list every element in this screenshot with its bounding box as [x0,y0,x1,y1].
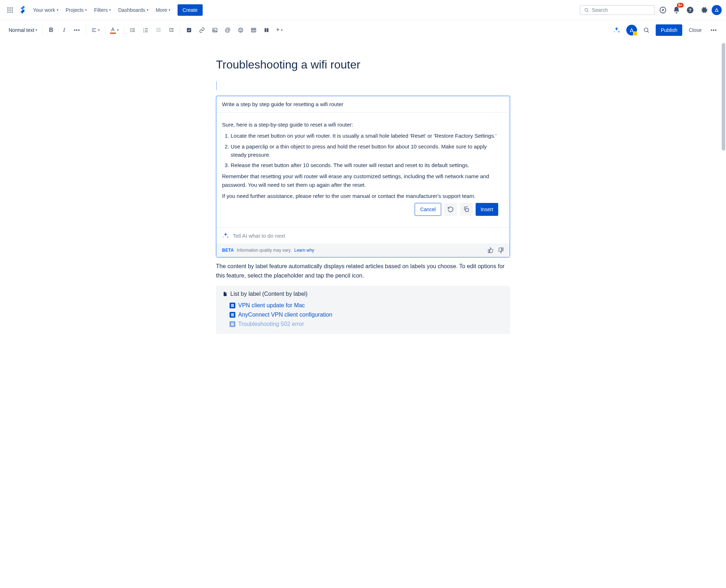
list-item: AnyConnect VPN client configuration [230,310,504,319]
find-button[interactable] [641,24,652,36]
jira-logo-icon[interactable] [17,4,29,16]
svg-rect-44 [251,28,256,32]
bold-button[interactable]: B [46,24,57,36]
svg-rect-48 [264,28,266,32]
svg-point-43 [241,29,241,30]
ai-prompt-text: Write a step by step guide for resetting… [216,96,510,113]
top-navigation: Your work▾ Projects▾ Filters▾ Dashboards… [0,0,726,20]
svg-rect-30 [156,28,161,28]
svg-point-3 [8,9,9,10]
beta-badge: BETA [222,248,234,253]
editor-toolbar: Normal text▾ B I ••• ▾ A▾ 123 @ +▾ [0,20,726,40]
svg-point-4 [9,9,10,10]
link-button[interactable] [196,24,208,36]
content-by-label-block[interactable]: List by label (Content by label) VPN cli… [216,286,510,334]
svg-rect-29 [145,32,148,32]
svg-point-40 [213,29,214,30]
image-button[interactable] [209,24,221,36]
svg-rect-38 [187,28,191,32]
numbered-list-button[interactable]: 123 [140,24,151,36]
help-icon[interactable]: ? [684,4,696,16]
ai-insert-button[interactable]: Insert [476,203,498,216]
svg-text:?: ? [689,7,692,13]
svg-line-51 [647,31,649,33]
thumbs-down-icon[interactable] [498,247,504,253]
ai-assist-panel: Write a step by step guide for resetting… [216,96,510,257]
bullet-list-button[interactable] [127,24,138,36]
label-block-header: List by label (Content by label) [222,291,504,297]
ai-cancel-button[interactable]: Cancel [415,203,441,216]
svg-rect-49 [267,28,268,32]
insert-dropdown[interactable]: +▾ [274,24,285,36]
svg-rect-25 [145,28,148,28]
svg-rect-35 [171,29,173,30]
create-button[interactable]: Create [178,4,203,16]
text-style-dropdown[interactable]: Normal text▾ [6,24,39,36]
editor-page: Troubleshooting a wifi router Write a st… [216,40,510,348]
ai-next-prompt[interactable]: Tell AI what to do next [216,227,510,243]
svg-point-1 [9,7,10,8]
more-formatting-button[interactable]: ••• [71,24,83,36]
related-link[interactable]: Troubleshooting 502 error [238,321,304,327]
svg-rect-36 [169,31,174,31]
emoji-button[interactable] [235,24,246,36]
svg-rect-27 [145,30,148,30]
doc-icon [230,303,235,308]
sparkle-icon [222,232,229,239]
mention-button[interactable]: @ [222,24,234,36]
search-icon [584,7,589,13]
profile-avatar[interactable] [712,5,722,15]
svg-point-2 [11,7,13,8]
table-button[interactable] [248,24,259,36]
nav-filters[interactable]: Filters▾ [91,5,114,15]
close-button[interactable]: Close [686,25,704,35]
ai-response-body: Sure, here is a step-by-step guide to re… [216,113,510,227]
more-actions-button[interactable]: ••• [708,24,720,36]
svg-point-50 [644,28,648,32]
learn-why-link[interactable]: Learn why [294,248,314,253]
content-paragraph[interactable]: The content by label feature automatical… [216,262,510,280]
nav-dashboards[interactable]: Dashboards▾ [115,5,151,15]
svg-rect-23 [132,31,135,32]
doc-icon [230,312,235,318]
related-link[interactable]: VPN client update for Mac [238,302,305,309]
retry-icon [447,206,454,213]
nav-your-work[interactable]: Your work▾ [30,5,61,15]
global-search[interactable] [580,5,655,15]
ai-copy-button[interactable] [460,203,473,216]
thumbs-up-icon[interactable] [487,247,494,253]
indent-button[interactable] [166,24,177,36]
scrollbar[interactable] [722,43,725,151]
page-title[interactable]: Troubleshooting a wifi router [216,58,510,71]
svg-point-8 [11,11,13,13]
italic-button[interactable]: I [58,24,70,36]
svg-text:3: 3 [143,31,144,33]
related-link[interactable]: AnyConnect VPN client configuration [238,312,332,318]
action-item-button[interactable] [183,24,195,36]
svg-rect-32 [156,31,161,31]
nav-projects[interactable]: Projects▾ [63,5,90,15]
svg-point-41 [239,28,243,32]
app-switcher-icon[interactable] [4,4,16,16]
search-input[interactable] [592,7,651,13]
layouts-button[interactable] [261,24,272,36]
svg-marker-37 [169,29,170,30]
outdent-button[interactable] [153,24,164,36]
svg-point-6 [8,11,9,13]
svg-point-22 [130,31,131,32]
collaborator-avatar[interactable] [626,25,637,35]
text-color-dropdown[interactable]: A▾ [108,24,121,36]
editor-cursor[interactable] [216,80,510,94]
ai-sparkle-icon[interactable] [610,24,623,36]
svg-point-20 [130,29,131,30]
settings-icon[interactable] [698,4,710,16]
svg-marker-33 [156,29,157,30]
align-dropdown[interactable]: ▾ [89,24,102,36]
ai-retry-button[interactable] [444,203,457,216]
discover-icon[interactable] [657,4,669,16]
publish-button[interactable]: Publish [656,24,682,36]
nav-more[interactable]: More▾ [153,5,173,15]
ai-disclaimer: Information quality may vary. [237,248,292,253]
notifications-icon[interactable]: 9+ [671,4,682,16]
list-item: VPN client update for Mac [230,301,504,310]
